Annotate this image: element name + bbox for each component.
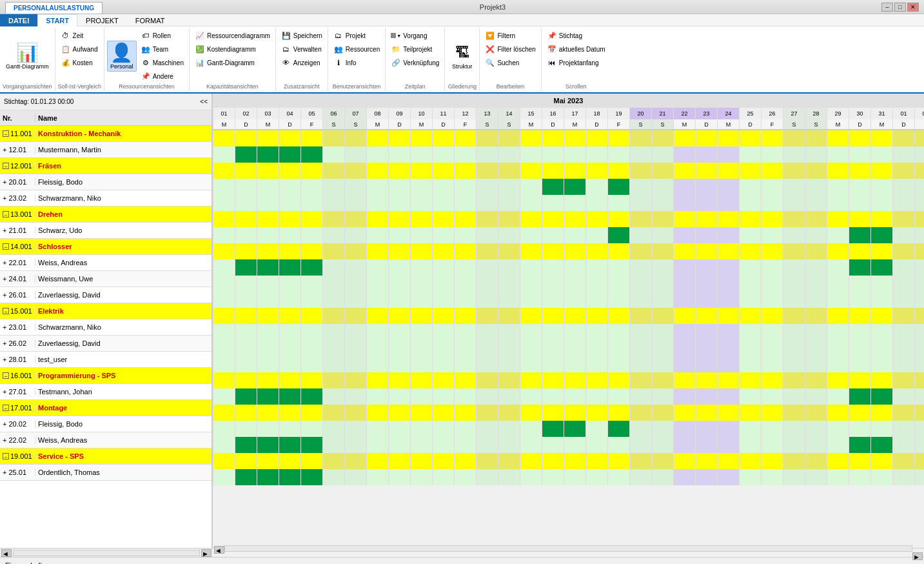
table-row-r2302[interactable]: + 23.02Schwarzmann, Niko	[0, 190, 211, 206]
verknupfung-btn[interactable]: 🔗 Verknüpfung	[388, 56, 442, 69]
tab-format[interactable]: FORMAT	[127, 14, 173, 26]
day-22: 23	[695, 108, 717, 119]
anzeigen-btn[interactable]: 👁 Anzeigen	[279, 56, 325, 69]
gcell-g17-12	[476, 405, 498, 421]
table-row-g17[interactable]: –17.001Montage	[0, 400, 211, 416]
gcell-r2202-20	[651, 437, 673, 453]
table-row-r2001[interactable]: + 20.01Fleissig, Bodo	[0, 174, 211, 190]
scroll-track-left[interactable]	[13, 550, 200, 556]
aktuelles-datum-btn[interactable]: 📅 aktuelles Datum	[544, 43, 608, 55]
expand-g11[interactable]: –	[3, 130, 9, 137]
gcell-r2002-13	[498, 421, 520, 437]
scroll-right-btn2[interactable]: ►	[912, 552, 923, 560]
table-row-g13[interactable]: –13.001Drehen	[0, 206, 211, 223]
personal-btn[interactable]: 👤 Personal	[107, 41, 137, 72]
tab-datei[interactable]: DATEI	[0, 14, 37, 26]
gcell-r2602-5	[322, 340, 344, 356]
gcell-r2002-9	[410, 421, 432, 437]
expand-g13[interactable]: –	[3, 211, 9, 217]
andere-btn[interactable]: 📌 Andere	[138, 70, 186, 83]
table-row-r2202[interactable]: + 22.02Weiss, Andreas	[0, 432, 211, 448]
scroll-track-right[interactable]	[224, 545, 912, 552]
expand-g14[interactable]: –	[3, 243, 9, 250]
scroll-left-btn[interactable]: ◄	[1, 549, 12, 557]
tab-projekt[interactable]: PROJEKT	[77, 14, 127, 26]
gcell-g16-9	[410, 372, 432, 388]
minimize-button[interactable]: –	[881, 3, 893, 12]
table-row-r2601[interactable]: + 26.01Zuverlaessig, David	[0, 287, 211, 303]
zeit-btn[interactable]: ⏱ Zeit	[58, 29, 102, 42]
table-row-r2201[interactable]: + 22.01Weiss, Andreas	[0, 255, 211, 271]
gcell-r2601-14	[520, 292, 542, 308]
table-row-r2501[interactable]: + 25.01Ordentlich, Thomas	[0, 465, 211, 481]
table-row-r2401[interactable]: + 24.01Weissmann, Uwe	[0, 271, 211, 287]
gcell-r2002-19	[629, 421, 651, 437]
expand-g19[interactable]: –	[3, 453, 9, 459]
table-row-g16[interactable]: –16.001Programmierung - SPS	[0, 368, 211, 384]
gcell-g11-16	[564, 130, 585, 146]
suchen-btn[interactable]: 🔍 Suchen	[482, 56, 538, 69]
maschinen-btn[interactable]: ⚙ Maschinen	[138, 56, 186, 69]
table-row-g12[interactable]: –12.001Fräsen	[0, 158, 211, 174]
gcell-g16-15	[542, 372, 564, 388]
gcell-r2101-2	[257, 227, 279, 243]
title-tab-personalauslastung[interactable]: PERSONALAUSLASTUNG	[5, 2, 103, 14]
gcell-r2002-21	[673, 421, 695, 437]
teilprojekt-btn[interactable]: 📁 Teilprojekt	[388, 43, 442, 55]
verwalten-btn[interactable]: 🗂 Verwalten	[279, 43, 325, 55]
maximize-button[interactable]: □	[894, 3, 906, 12]
table-row-r2701[interactable]: + 27.01Testmann, Johan	[0, 384, 211, 400]
vorgang-btn[interactable]: ▼ Vorgang	[388, 29, 442, 42]
tab-start[interactable]: START	[37, 14, 77, 26]
table-row-r2602[interactable]: + 26.02Zuverlaessig, David	[0, 336, 211, 352]
table-row-r1201[interactable]: + 12.01Mustermann, Martin	[0, 142, 211, 158]
gcell-r2602-7	[366, 340, 388, 356]
scroll-left-btn2[interactable]: ◄	[214, 546, 224, 554]
gcell-r2501-24	[739, 469, 761, 485]
gantt-diagramm-btn[interactable]: 📊 Gantt-Diagramm	[3, 41, 52, 72]
scroll-right-btn-left[interactable]: ►	[201, 549, 211, 557]
table-row-g14[interactable]: –14.001Schlosser	[0, 239, 211, 255]
expand-g15[interactable]: –	[3, 308, 9, 314]
gcell-r2201-9	[410, 259, 432, 276]
expand-g16[interactable]: –	[3, 372, 9, 379]
struktur-btn[interactable]: 🏗 Struktur	[447, 41, 477, 72]
gcell-r2601-19	[629, 292, 651, 308]
table-row-g15[interactable]: –15.001Elektrik	[0, 303, 211, 319]
gcell-g17-5	[322, 405, 344, 421]
table-row-r2002[interactable]: + 20.02Fleissig, Bodo	[0, 416, 211, 432]
day-4: 05	[300, 108, 322, 119]
filter-loschen-btn[interactable]: ❌ Filter löschen	[482, 43, 538, 55]
table-row-r2801[interactable]: + 28.01test_user	[0, 352, 211, 368]
table-row-g19[interactable]: –19.001Service - SPS	[0, 448, 211, 465]
gcell-r2302-3	[279, 195, 300, 211]
table-row-r2101[interactable]: + 21.01Schwarz, Udo	[0, 223, 211, 239]
gcell-g14-10	[432, 243, 454, 259]
gcell-r2501-11	[454, 469, 476, 485]
table-body[interactable]: –11.001Konstruktion - Mechanik+ 12.01Mus…	[0, 126, 211, 548]
table-row-g11[interactable]: –11.001Konstruktion - Mechanik	[0, 126, 211, 142]
expand-g12[interactable]: –	[3, 163, 9, 169]
rollen-btn[interactable]: 🏷 Rollen	[138, 29, 186, 42]
speichern-btn[interactable]: 💾 Speichern	[279, 29, 325, 42]
expand-g17[interactable]: –	[3, 405, 9, 411]
kostendiagramm-btn[interactable]: 💹 Kostendiagramm	[192, 43, 273, 55]
close-button[interactable]: ✕	[907, 3, 919, 12]
nav-arrow[interactable]: <<	[200, 98, 208, 105]
gantt-diagramm-kap-btn[interactable]: 📊 Gantt-Diagramm	[192, 56, 273, 69]
gcell-r2601-20	[651, 292, 673, 308]
day-14: 15	[520, 108, 542, 119]
ressourcendiagramm-btn[interactable]: 📈 Ressourcendiagramm	[192, 29, 273, 42]
kosten-btn[interactable]: 💰 Kosten	[58, 56, 102, 69]
projekt-btn[interactable]: 🗂 Projekt	[331, 29, 382, 42]
info-btn[interactable]: ℹ Info	[331, 56, 382, 69]
scroll-bar[interactable]: ◄ ► ◄ ►	[0, 548, 924, 557]
gcell-g13-28	[827, 211, 849, 227]
ressourcen-btn[interactable]: 👥 Ressourcen	[331, 43, 382, 55]
projektanfang-btn[interactable]: ⏮ Projektanfang	[544, 56, 608, 69]
stichtag-btn[interactable]: 📌 Stichtag	[544, 29, 608, 42]
team-btn[interactable]: 👥 Team	[138, 43, 186, 55]
table-row-r2301b[interactable]: + 23.01Schwarzmann, Niko	[0, 319, 211, 336]
aufwand-btn[interactable]: 📋 Aufwand	[58, 43, 102, 55]
filtern-btn[interactable]: 🔽 Filtern	[482, 29, 538, 42]
